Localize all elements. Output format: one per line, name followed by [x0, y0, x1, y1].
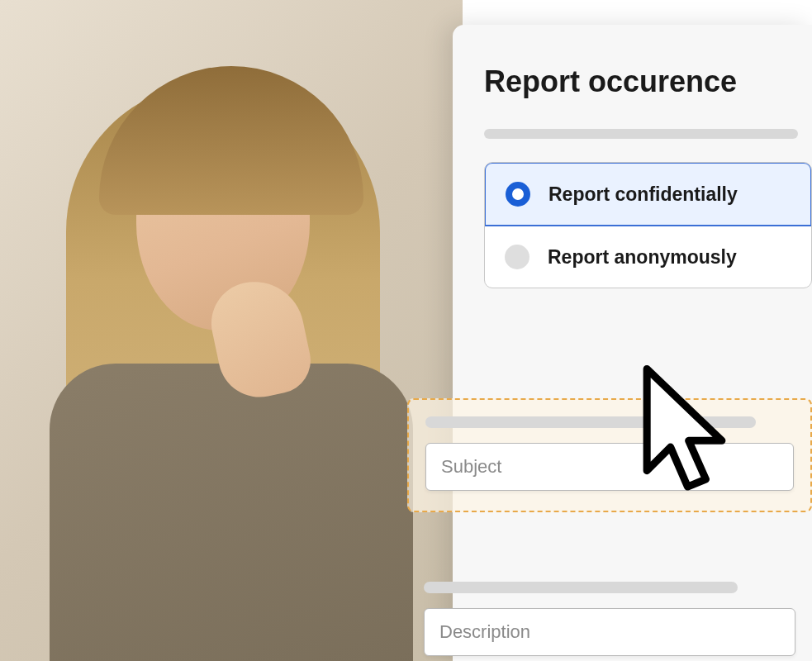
option-label: Report anonymously [548, 246, 737, 269]
person-illustration [0, 0, 463, 661]
input-placeholder: Description [439, 621, 530, 643]
skeleton-line [424, 582, 738, 593]
radio-unchecked-icon [505, 245, 529, 269]
background-photo [0, 0, 463, 661]
option-report-confidentially[interactable]: Report confidentially [484, 162, 812, 226]
description-input[interactable]: Description [424, 608, 795, 656]
skeleton-line [484, 129, 798, 139]
option-label: Report confidentially [548, 183, 738, 206]
report-type-radio-group: Report confidentially Report anonymously [484, 162, 812, 288]
report-form-panel: Report occurence Report confidentially R… [453, 25, 812, 661]
form-title: Report occurence [484, 64, 812, 99]
description-section: Description [407, 565, 812, 661]
option-report-anonymously[interactable]: Report anonymously [485, 226, 811, 288]
subject-section-highlighted: Subject [407, 398, 812, 512]
cursor-arrow-icon [636, 364, 743, 508]
input-placeholder: Subject [441, 456, 501, 478]
radio-checked-icon [506, 182, 530, 207]
